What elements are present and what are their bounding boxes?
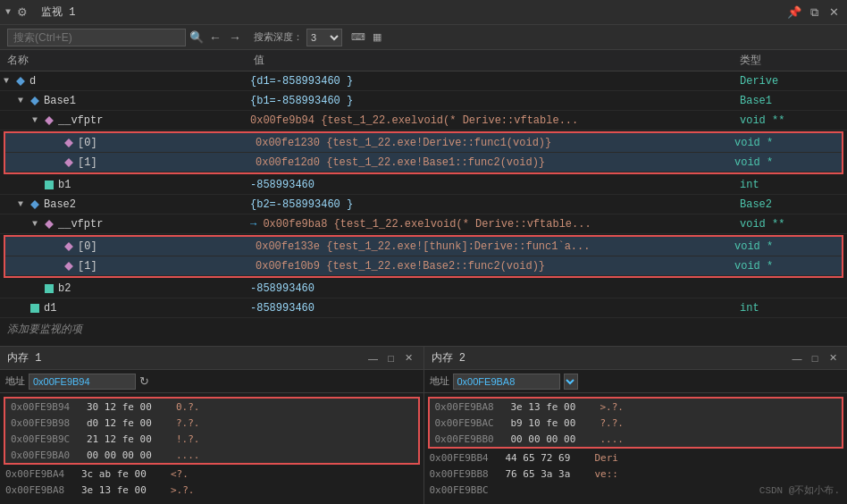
memory-address: 0x00FE9B94 xyxy=(11,401,87,413)
close-button[interactable]: ✕ xyxy=(826,4,842,21)
memory2-titlebar: 内存 2 — □ ✕ xyxy=(424,347,848,370)
memory-address: 0x00FE9BBC xyxy=(430,484,506,496)
memory2-restore-button[interactable]: □ xyxy=(808,351,822,365)
purple-diamond-icon xyxy=(64,242,73,251)
col-header-type: 类型 xyxy=(740,53,847,68)
search-back-button[interactable]: ← xyxy=(207,30,223,45)
memory1-addr-input[interactable] xyxy=(29,374,136,390)
memory-bytes: 00 00 00 00 xyxy=(87,449,176,461)
row-value: 0x00fe9b94 {test_1_22.exelvoid(* Derive:… xyxy=(250,114,740,127)
row-value: {b1=-858993460 } xyxy=(250,95,740,107)
table-row[interactable]: [1]0x00fe10b9 {test_1_22.exe!Base2::func… xyxy=(5,256,842,276)
row-type: void ** xyxy=(740,114,847,127)
table-row[interactable]: ▼__vfptr→ 0x00fe9ba8 {test_1_22.exelvoid… xyxy=(0,214,847,234)
memory-row: 0x00FE9BB876 65 3a 3ave:: xyxy=(424,466,848,482)
expand-icon[interactable]: ▼ xyxy=(18,96,30,105)
row-type: void * xyxy=(734,260,842,273)
memory-panel-1: 内存 1 — □ ✕ 地址 ↻ 0x00FE9B9430 12 fe 000.?… xyxy=(0,347,424,504)
memory-address: 0x00FE9BA0 xyxy=(11,449,87,461)
table-row[interactable]: ▼d{d1=-858993460 }Derive xyxy=(0,71,847,91)
expand-icon[interactable]: ▼ xyxy=(32,115,45,125)
down-icon: ▼ xyxy=(5,7,11,17)
memory-row: 0x00FE9B98d0 12 fe 00?.?. xyxy=(5,415,418,431)
row-value: 0x00fe10b9 {test_1_22.exe!Base2::func2(v… xyxy=(256,260,734,273)
memory-address: 0x00FE9BAC xyxy=(435,417,511,429)
table-row[interactable]: ▼Base2{b2=-858993460 }Base2 xyxy=(0,195,847,214)
memory-row: 0x00FE9BB000 00 00 00.... xyxy=(430,431,843,447)
memory-red-box: 0x00FE9BA83e 13 fe 00>.?.0x00FE9BACb9 10… xyxy=(428,397,844,449)
table-row[interactable]: ▼Base1{b1=-858993460 }Base1 xyxy=(0,91,847,111)
memory2-addr-input[interactable] xyxy=(453,374,560,390)
memory-address: 0x00FE9B9C xyxy=(11,433,87,445)
memory-row: 0x00FE9BB444 65 72 69Deri xyxy=(424,449,848,466)
table-row[interactable]: ▼__vfptr0x00fe9b94 {test_1_22.exelvoid(*… xyxy=(0,111,847,130)
memory-row: 0x00FE9BA83e 13 fe 00>.?. xyxy=(430,399,843,415)
search-bar: 🔍 ← → 搜索深度： 31245 ⌨ ▦ xyxy=(0,25,847,50)
red-box-group: [0]0x00fe133e {test_1_22.exe![thunk]:Der… xyxy=(4,235,843,278)
undock-button[interactable]: ⧉ xyxy=(806,4,822,21)
memory-ascii: .... xyxy=(176,449,200,461)
blue-cube-icon xyxy=(30,304,39,313)
purple-diamond-icon xyxy=(64,139,73,147)
row-type: void * xyxy=(734,240,842,253)
memory-bytes: 44 65 72 69 xyxy=(506,452,595,464)
memory-row: 0x00FE9BA83e 13 fe 00>.?. xyxy=(0,482,424,498)
format-button[interactable]: ⌨ xyxy=(349,31,367,43)
memory1-restore-button[interactable]: □ xyxy=(384,351,398,365)
row-name: __vfptr xyxy=(58,114,103,127)
blue-diamond-icon xyxy=(30,97,39,105)
row-type: Derive xyxy=(740,75,847,88)
memory1-titlebar: 内存 1 — □ ✕ xyxy=(0,347,424,370)
memory-ascii: Deri xyxy=(595,452,619,464)
red-box-group: [0]0x00fe1230 {test_1_22.exe!Derive::fun… xyxy=(4,131,843,174)
search-forward-button[interactable]: → xyxy=(227,30,243,45)
search-input[interactable] xyxy=(7,29,186,46)
table-row[interactable]: d1-858993460int xyxy=(0,298,847,318)
row-type: Base2 xyxy=(740,198,847,211)
memory-address: 0x00FE9BA8 xyxy=(435,401,511,413)
memory-address: 0x00FE9BB0 xyxy=(435,433,511,445)
columns-button[interactable]: ▦ xyxy=(371,31,383,43)
expand-icon[interactable]: ▼ xyxy=(4,76,16,86)
memory1-close-button[interactable]: ✕ xyxy=(402,351,416,365)
row-type: void * xyxy=(734,156,842,169)
row-name: Base1 xyxy=(44,95,76,107)
memory-address: 0x00FE9BA8 xyxy=(5,484,81,496)
memory-bytes: b9 10 fe 00 xyxy=(511,417,600,429)
expand-icon[interactable]: ▼ xyxy=(18,199,30,209)
row-value: 0x00fe133e {test_1_22.exe![thunk]:Derive… xyxy=(256,240,734,253)
table-row[interactable]: [0]0x00fe133e {test_1_22.exe![thunk]:Der… xyxy=(5,237,842,256)
memory1-minimize-button[interactable]: — xyxy=(366,351,381,365)
memory2-minimize-button[interactable]: — xyxy=(790,351,804,365)
arrow-indicator: → xyxy=(250,218,263,231)
memory1-addr-label: 地址 xyxy=(5,374,25,388)
memory-address: 0x00FE9BB8 xyxy=(430,468,506,480)
table-row[interactable]: b2-858993460 xyxy=(0,279,847,298)
purple-diamond-icon xyxy=(64,158,73,167)
row-name: [1] xyxy=(78,156,97,169)
memory-address: 0x00FE9BA4 xyxy=(5,468,81,480)
row-value: 0x00fe12d0 {test_1_22.exe!Base1::func2(v… xyxy=(256,156,734,169)
row-value: -858993460 xyxy=(250,179,740,191)
memory2-addr-dropdown[interactable]: ▼ xyxy=(564,374,578,390)
table-row[interactable]: [1]0x00fe12d0 {test_1_22.exe!Base1::func… xyxy=(5,153,842,172)
memory1-refresh-button[interactable]: ↻ xyxy=(139,374,149,388)
row-value: → 0x00fe9ba8 {test_1_22.exelvoid(* Deriv… xyxy=(250,218,740,231)
row-value: {b2=-858993460 } xyxy=(250,198,740,211)
pin-button[interactable]: 📌 xyxy=(786,4,802,21)
settings-button[interactable]: ⚙ xyxy=(14,4,30,21)
row-value: -858993460 xyxy=(250,302,740,315)
add-watch-item[interactable]: 添加要监视的项 xyxy=(0,318,847,340)
expand-icon[interactable]: ▼ xyxy=(32,219,45,229)
memory-ascii: >.?. xyxy=(600,401,625,413)
row-name: b1 xyxy=(58,179,71,191)
search-depth-select[interactable]: 31245 xyxy=(306,29,342,46)
memory2-close-button[interactable]: ✕ xyxy=(826,351,840,365)
row-name: b2 xyxy=(58,282,71,295)
purple-diamond-icon xyxy=(45,116,54,125)
table-row[interactable]: b1-858993460int xyxy=(0,175,847,195)
memory-row: 0x00FE9BACb9 10 fe 00?.?. xyxy=(430,415,843,431)
table-row[interactable]: [0]0x00fe1230 {test_1_22.exe!Derive::fun… xyxy=(5,133,842,153)
memory-ascii: 0.?. xyxy=(176,401,200,413)
purple-diamond-icon xyxy=(64,262,73,271)
